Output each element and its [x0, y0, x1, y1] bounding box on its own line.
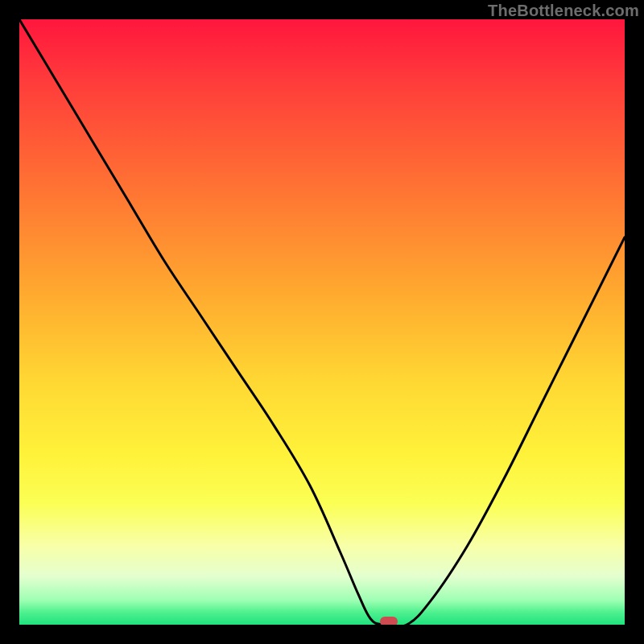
- watermark-text: TheBottleneck.com: [488, 2, 639, 20]
- minimum-marker: [380, 617, 398, 625]
- bottleneck-curve: [19, 19, 625, 625]
- plot-area: [19, 19, 625, 625]
- chart-frame: TheBottleneck.com: [0, 0, 644, 644]
- curve-svg: [19, 19, 625, 625]
